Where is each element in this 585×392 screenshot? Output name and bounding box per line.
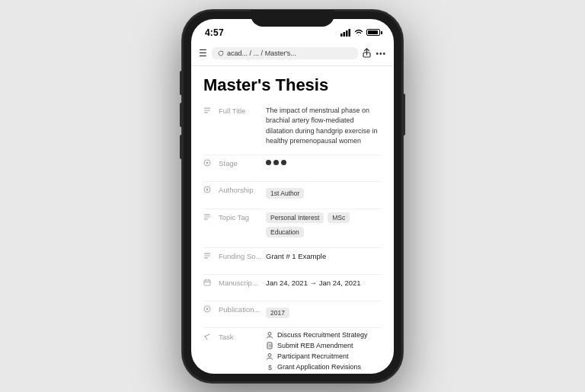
divider-2 xyxy=(203,181,382,182)
svg-rect-22 xyxy=(267,343,272,349)
tag-personal-interest: Personal Interest xyxy=(266,212,324,223)
divider-4 xyxy=(203,247,382,248)
svg-rect-15 xyxy=(204,253,210,253)
task-person-icon-2 xyxy=(266,352,273,360)
svg-point-11 xyxy=(206,188,209,190)
full-title-value: The impact of menstrual phase on brachia… xyxy=(266,106,382,147)
task-item-1: Discuss Recruitment Strategy xyxy=(266,331,368,339)
funding-icon xyxy=(203,252,214,261)
svg-rect-18 xyxy=(204,280,210,285)
property-row-publication: Publication... 2017 xyxy=(203,304,382,320)
manuscript-value: Jan 24, 2021 → Jan 24, 2021 xyxy=(266,278,382,288)
tag-msc: MSc xyxy=(328,212,350,223)
svg-point-9 xyxy=(206,161,209,164)
publication-icon xyxy=(203,305,214,314)
authorship-icon xyxy=(203,186,214,195)
task-item-3: Participant Recruitment xyxy=(266,352,368,360)
divider-3 xyxy=(203,209,382,209)
wifi-icon xyxy=(354,29,363,36)
publication-label: Publication... xyxy=(219,304,266,314)
svg-rect-1 xyxy=(344,32,346,37)
page-title: Master's Thesis xyxy=(203,75,382,95)
full-title-label: Full Title xyxy=(219,106,266,115)
divider-5 xyxy=(203,274,382,275)
svg-rect-5 xyxy=(204,107,210,108)
signal-icon xyxy=(340,29,351,37)
svg-rect-6 xyxy=(204,110,210,110)
topic-tag-label: Topic Tag xyxy=(219,212,266,221)
authorship-label: Authorship xyxy=(219,185,266,194)
svg-rect-7 xyxy=(204,112,208,113)
property-row-authorship: Authorship 1st Author xyxy=(203,185,382,201)
screen: 4:57 xyxy=(191,19,394,374)
battery-icon xyxy=(366,29,380,36)
task-item-2: Submit REB Amendment xyxy=(266,342,368,349)
notch xyxy=(251,10,334,27)
svg-rect-2 xyxy=(346,30,348,37)
task-text-4: Grant Application Revisions xyxy=(277,363,361,371)
svg-rect-13 xyxy=(204,216,210,217)
url-bar[interactable]: acad... / ... / Master's... xyxy=(212,47,358,59)
task-text-2: Submit REB Amendment xyxy=(277,342,353,349)
property-row-funding: Funding So... Grant # 1 Example xyxy=(203,251,382,266)
property-row-manuscript: Manuscrip... Jan 24, 2021 → Jan 24, 2021 xyxy=(203,278,382,293)
full-title-icon xyxy=(203,107,214,116)
svg-rect-14 xyxy=(204,218,208,219)
refresh-icon xyxy=(218,50,224,56)
publication-value: 2017 xyxy=(266,304,289,318)
phone-shell: 4:57 xyxy=(182,10,403,383)
task-text-1: Discuss Recruitment Strategy xyxy=(277,331,368,339)
status-icons xyxy=(340,29,380,37)
task-icon xyxy=(203,333,214,342)
svg-text:$: $ xyxy=(268,364,272,371)
svg-rect-17 xyxy=(204,257,208,258)
svg-point-20 xyxy=(206,308,209,310)
stage-icon xyxy=(203,159,214,168)
task-label: Task xyxy=(219,331,266,341)
task-dollar-icon: $ xyxy=(266,363,273,371)
task-item-4: $ Grant Application Revisions xyxy=(266,363,368,371)
stage-label: Stage xyxy=(219,158,266,167)
funding-value: Grant # 1 Example xyxy=(266,251,382,261)
year-badge: 2017 xyxy=(266,308,289,318)
svg-point-23 xyxy=(268,353,271,356)
url-text: acad... / ... / Master's... xyxy=(227,49,296,57)
manuscript-label: Manuscrip... xyxy=(219,278,266,287)
share-button[interactable] xyxy=(363,48,371,59)
page-content: Master's Thesis Full Title The impact of… xyxy=(191,66,394,374)
svg-rect-0 xyxy=(340,33,343,37)
property-row-topic-tag: Topic Tag Personal Interest MSc Educatio… xyxy=(203,212,382,240)
stage-value xyxy=(266,158,286,165)
topic-tag-value: Personal Interest MSc Education xyxy=(266,212,382,240)
divider-7 xyxy=(203,327,382,328)
phone-device: 4:57 xyxy=(182,10,403,383)
tag-education: Education xyxy=(266,227,304,237)
svg-point-21 xyxy=(268,332,271,335)
task-list: Discuss Recruitment Strategy Submit REB … xyxy=(266,331,368,374)
property-row-full-title: Full Title The impact of menstrual phase… xyxy=(203,106,382,147)
svg-rect-16 xyxy=(204,255,210,256)
task-text-3: Participant Recruitment xyxy=(277,352,349,360)
property-row-task: Task Discuss Recruitment Strategy xyxy=(203,331,382,374)
authorship-value: 1st Author xyxy=(266,185,306,201)
divider-1 xyxy=(203,155,382,155)
status-time: 4:57 xyxy=(205,27,224,38)
task-person-icon-1 xyxy=(266,331,273,339)
divider-6 xyxy=(203,301,382,301)
funding-label: Funding So... xyxy=(219,251,266,260)
svg-rect-12 xyxy=(204,214,210,215)
task-doc-icon-1 xyxy=(266,342,273,349)
manuscript-icon xyxy=(203,279,214,288)
property-row-stage: Stage xyxy=(203,158,382,174)
menu-icon[interactable]: ☰ xyxy=(199,48,207,59)
svg-rect-3 xyxy=(349,29,351,37)
more-button[interactable]: ••• xyxy=(376,49,386,58)
topic-tag-icon xyxy=(203,213,214,222)
browser-bar[interactable]: ☰ acad... / ... / Master's... xyxy=(191,42,394,66)
authorship-tag: 1st Author xyxy=(266,188,304,199)
